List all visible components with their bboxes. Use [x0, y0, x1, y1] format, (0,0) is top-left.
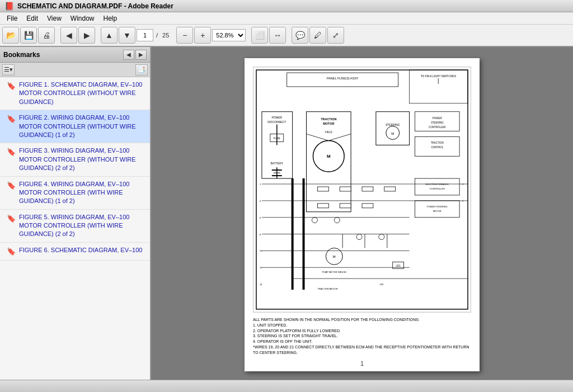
schematic-svg: TO FM-6 LIGHT SWITCHES PANEL FUSE(S) ASS… [253, 67, 471, 312]
window-title: SCHEMATIC AND DIAGRAM.PDF - Adobe Reader [17, 2, 173, 10]
svg-text:CONTROLLER: CONTROLLER [430, 187, 445, 190]
svg-text:FUSE: FUSE [274, 137, 280, 140]
menu-file[interactable]: File [2, 13, 22, 23]
svg-text:2: 2 [462, 183, 463, 186]
bookmark-item-3[interactable]: 🔖FIGURE 3. WIRING DIAGRAM, EV–100 MOTOR … [0, 143, 150, 176]
svg-text:BATTERY: BATTERY [271, 162, 284, 165]
expand-button[interactable]: ⤢ [327, 27, 344, 44]
svg-text:10: 10 [260, 249, 262, 252]
bookmark-icon-1: 🔖 [7, 81, 16, 91]
bookmark-text-2: FIGURE 2. WIRING DIAGRAM, EV–100 MOTOR C… [19, 114, 145, 139]
bookmark-item-5[interactable]: 🔖FIGURE 5. WIRING DIAGRAM, EV–100 MOTOR … [0, 210, 150, 243]
menu-window[interactable]: Window [66, 13, 99, 23]
svg-text:CONTROLLER: CONTROLLER [429, 126, 446, 129]
note-line-4: 3. STEERING IS SET FOR STRAIGHT TRAVEL. [253, 333, 471, 339]
sidebar-header: Bookmarks ◀ ▶ [0, 47, 150, 63]
svg-rect-46 [340, 187, 351, 191]
note-line-2: 1. UNIT STOPPED. [253, 323, 471, 328]
svg-text:TRACTION MOTOR: TRACTION MOTOR [317, 287, 337, 290]
toolbar-nav-group: ◀ ▶ [60, 27, 95, 44]
svg-rect-47 [362, 187, 373, 191]
svg-rect-51 [362, 204, 373, 208]
svg-text:TRACTION: TRACTION [431, 141, 444, 144]
highlight-button[interactable]: 🖊 [309, 27, 326, 44]
expand-sidebar-button[interactable]: ▶ [135, 50, 147, 60]
document-notes: ALL PARTS ARE SHOWN IN THE NORMAL POSITI… [253, 317, 471, 356]
document-area[interactable]: TO FM-6 LIGHT SWITCHES PANEL FUSE(S) ASS… [151, 47, 573, 380]
bookmark-list: 🔖FIGURE 1. SCHEMATIC DIAGRAM, EV–100 MOT… [0, 77, 150, 380]
bookmark-item-4[interactable]: 🔖FIGURE 4. WIRING DIAGRAM, EV–100 MOTOR … [0, 177, 150, 210]
svg-text:100: 100 [380, 283, 384, 286]
bookmark-icon-4: 🔖 [7, 181, 16, 191]
toolbar-view-group: ⬜ ↔ [251, 27, 286, 44]
svg-text:MOTOR: MOTOR [433, 210, 442, 212]
bookmark-icon-6: 🔖 [7, 247, 16, 257]
svg-text:M: M [333, 255, 336, 258]
svg-text:LD1: LD1 [396, 265, 401, 267]
bookmark-item-6[interactable]: 🔖FIGURE 6. SCHEMATIC DIAGRAM, EV–100 [0, 243, 150, 261]
next-page-button[interactable]: ▼ [119, 27, 135, 44]
zoom-out-button[interactable]: − [176, 27, 193, 44]
svg-text:POWER STEERING: POWER STEERING [427, 205, 447, 208]
bookmark-text-1: FIGURE 1. SCHEMATIC DIAGRAM, EV–100 MOTO… [19, 81, 145, 106]
page-number: 1 [253, 360, 471, 367]
page-container: TO FM-6 LIGHT SWITCHES PANEL FUSE(S) ASS… [245, 58, 480, 371]
note-line-3: 2. OPERATOR PLATFORM IS FULLY LOWERED. [253, 328, 471, 334]
back-button[interactable]: ◀ [60, 27, 77, 44]
svg-text:POWER: POWER [271, 116, 282, 119]
prev-page-button[interactable]: ▲ [101, 27, 118, 44]
bookmark-icon-3: 🔖 [7, 147, 16, 157]
zoom-in-button[interactable]: + [194, 27, 211, 44]
menu-edit[interactable]: Edit [22, 13, 43, 23]
sidebar: Bookmarks ◀ ▶ ☰▾ 📑 🔖FIGURE 1. SCHEMATIC … [0, 47, 151, 380]
svg-rect-48 [384, 187, 396, 191]
menu-view[interactable]: View [43, 13, 66, 23]
svg-text:STEERING: STEERING [431, 121, 444, 124]
page-separator: / [154, 32, 159, 39]
svg-text:M: M [327, 154, 331, 159]
sidebar-action-button[interactable]: 📑 [135, 64, 148, 75]
bookmark-item-2[interactable]: 🔖FIGURE 2. WIRING DIAGRAM, EV–100 MOTOR … [0, 110, 150, 143]
svg-text:POWER: POWER [433, 117, 443, 120]
toolbar-tools-group: 💬 🖊 ⤢ [292, 27, 344, 44]
fit-width-button[interactable]: ↔ [269, 27, 286, 44]
svg-text:PUMP MOTOR INRUSH: PUMP MOTOR INRUSH [322, 271, 346, 273]
sidebar-header-buttons: ◀ ▶ [123, 50, 147, 60]
page-input[interactable] [137, 29, 153, 41]
svg-text:14: 14 [260, 283, 262, 286]
bookmark-item-1[interactable]: 🔖FIGURE 1. SCHEMATIC DIAGRAM, EV–100 MOT… [0, 77, 150, 110]
svg-text:MOTOR: MOTOR [323, 122, 334, 125]
toolbar-page-group: ▲ ▼ / 25 [101, 27, 171, 44]
svg-text:TO FM-6 LIGHT SWITCHES: TO FM-6 LIGHT SWITCHES [421, 75, 457, 78]
zoom-select[interactable]: 52.8% 25% 50% 75% 100% 150% 200% [212, 29, 246, 41]
svg-text:TRACTION: TRACTION [321, 117, 336, 121]
svg-text:CONTROL: CONTROL [431, 146, 443, 149]
fit-page-button[interactable]: ⬜ [251, 27, 268, 44]
save-button[interactable]: 💾 [20, 27, 37, 44]
note-line-1: ALL PARTS ARE SHOWN IN THE NORMAL POSITI… [253, 317, 471, 323]
note-line-5: 4. OPERATOR IS OFF THE UNIT. [253, 339, 471, 344]
toolbar: 📂 💾 🖨 ◀ ▶ ▲ ▼ / 25 − + 52.8% 25% 50% 75%… [0, 25, 573, 47]
schematic-diagram: TO FM-6 LIGHT SWITCHES PANEL FUSE(S) ASS… [253, 67, 471, 313]
menu-bar: File Edit View Window Help [0, 12, 573, 25]
svg-text:FIELD: FIELD [325, 131, 332, 134]
main-area: Bookmarks ◀ ▶ ☰▾ 📑 🔖FIGURE 1. SCHEMATIC … [0, 47, 573, 380]
bookmark-text-3: FIGURE 3. WIRING DIAGRAM, EV–100 MOTOR C… [19, 147, 145, 172]
collapse-sidebar-button[interactable]: ◀ [123, 50, 134, 60]
svg-text:M: M [391, 132, 394, 135]
sidebar-toolbar: ☰▾ 📑 [0, 63, 150, 77]
open-button[interactable]: 📂 [2, 27, 19, 44]
forward-button[interactable]: ▶ [78, 27, 95, 44]
svg-text:DISCONNECT: DISCONNECT [267, 121, 286, 124]
sidebar-options-button[interactable]: ☰▾ [2, 64, 15, 75]
toolbar-file-group: 📂 💾 🖨 [2, 27, 55, 44]
menu-help[interactable]: Help [99, 13, 122, 23]
status-bar [0, 380, 573, 392]
page-total: 25 [161, 32, 171, 39]
comment-button[interactable]: 💬 [292, 27, 308, 44]
svg-text:STEERING: STEERING [386, 124, 400, 126]
sidebar-title: Bookmarks [3, 51, 40, 59]
bookmark-text-6: FIGURE 6. SCHEMATIC DIAGRAM, EV–100 [19, 246, 145, 254]
print-button[interactable]: 🖨 [38, 27, 55, 44]
bookmark-icon-5: 🔖 [7, 214, 16, 224]
